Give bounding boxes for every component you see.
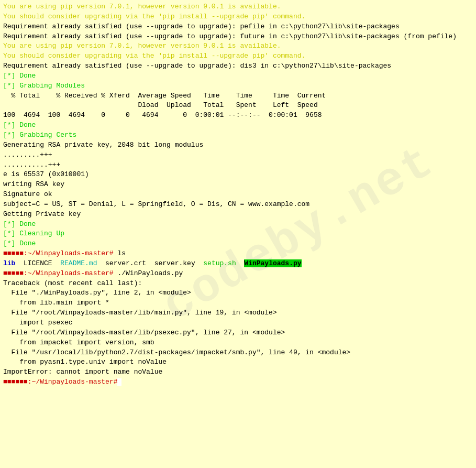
line-10: % Total % Received % Xferd Average Speed… <box>3 91 473 101</box>
cursor <box>117 378 121 386</box>
line-3: Requirement already satisfied (use --upg… <box>3 22 473 32</box>
line-22: Getting Private key <box>3 210 473 220</box>
ls-space2: server.crt server.key <box>97 259 203 267</box>
line-14: [*] Grabbing Certs <box>3 130 473 140</box>
line-7: Requirement already satisfied (use --upg… <box>3 61 473 71</box>
terminal: You are using pip version 7.0.1, however… <box>0 0 476 389</box>
line-18: e is 65537 (0x010001) <box>3 170 473 180</box>
prompt-user2: ■■■■■:~/Winpayloads-master# <box>3 269 114 277</box>
prompt-user3: ■■■■■■:~/Winpayloads-master# <box>3 378 117 386</box>
ls-space3 <box>236 259 245 267</box>
line-16: .........+++ <box>3 150 473 160</box>
line-8: [*] Done <box>3 71 473 81</box>
line-23: [*] Done <box>3 220 473 230</box>
ls-lib: lib <box>3 259 15 267</box>
line-33: import psexec <box>3 318 473 328</box>
line-31: from lib.main import * <box>3 298 473 308</box>
line-9: [*] Grabbing Modules <box>3 81 473 91</box>
line-38: ImportError: cannot import name noValue <box>3 367 473 377</box>
ls-space1: LICENCE <box>15 259 60 267</box>
line-39: ■■■■■■:~/Winpayloads-master# <box>3 377 473 387</box>
prompt-user: ■■■■■:~/Winpayloads-master# <box>3 249 114 257</box>
line-4: Requirement already satisfied (use --upg… <box>3 32 473 42</box>
ls-winpayloads: WinPayloads.py <box>244 259 301 267</box>
line-21: subject=C = US, ST = Denial, L = Springf… <box>3 200 473 210</box>
line-2: You should consider upgrading via the 'p… <box>3 12 473 22</box>
prompt-cmd-run: ./WinPayloads.py <box>114 269 183 277</box>
ls-readme: README.md <box>60 259 97 267</box>
line-29: Traceback (most recent call last): <box>3 279 473 289</box>
line-6: You should consider upgrading via the 'p… <box>3 51 473 61</box>
line-24: [*] Cleaning Up <box>3 229 473 239</box>
line-13: [*] Done <box>3 121 473 130</box>
line-32: File "/root/Winpayloads-master/lib/main.… <box>3 308 473 318</box>
line-34: File "/root/Winpayloads-master/lib/psexe… <box>3 328 473 338</box>
line-26: ■■■■■:~/Winpayloads-master# ls <box>3 249 473 259</box>
line-36: File "/usr/local/lib/python2.7/dist-pack… <box>3 348 473 358</box>
line-30: File "./WinPayloads.py", line 2, in <mod… <box>3 288 473 298</box>
line-37: from pyasn1.type.univ import noValue <box>3 357 473 367</box>
line-15: Generating RSA private key, 2048 bit lon… <box>3 140 473 150</box>
line-35: from impacket import version, smb <box>3 338 473 348</box>
line-1: You are using pip version 7.0.1, however… <box>3 2 473 12</box>
line-5: You are using pip version 7.0.1, however… <box>3 41 473 51</box>
prompt-cmd-ls: ls <box>114 249 126 257</box>
line-19: writing RSA key <box>3 180 473 190</box>
line-27: lib LICENCE README.md server.crt server.… <box>3 259 473 269</box>
ls-setup: setup.sh <box>203 259 236 267</box>
line-20: Signature ok <box>3 190 473 200</box>
line-11: Dload Upload Total Spent Left Speed <box>3 101 473 111</box>
line-17: ...........+++ <box>3 160 473 170</box>
line-25: [*] Done <box>3 239 473 249</box>
line-12: 100 4694 100 4694 0 0 4694 0 0:00:01 --:… <box>3 111 473 121</box>
line-28: ■■■■■:~/Winpayloads-master# ./WinPayload… <box>3 269 473 279</box>
